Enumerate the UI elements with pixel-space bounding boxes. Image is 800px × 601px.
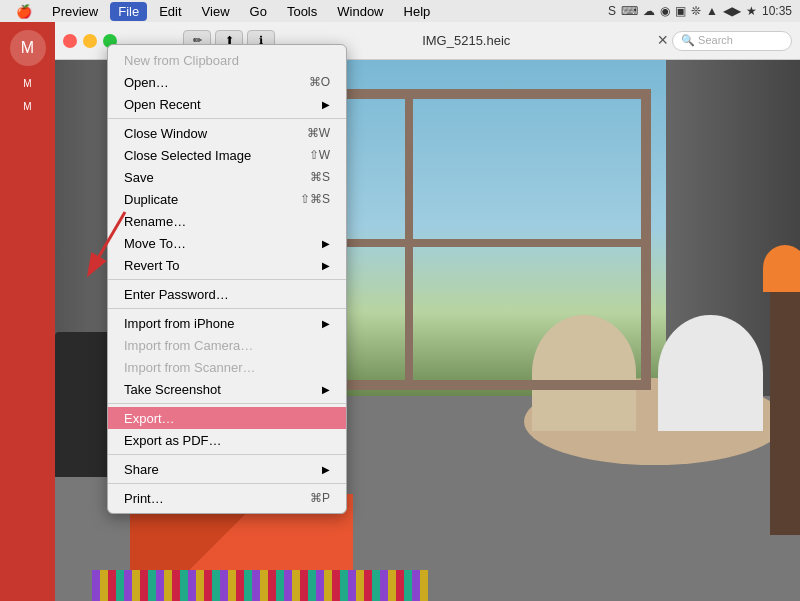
- menubar-window[interactable]: Window: [329, 2, 391, 21]
- app-area: M M M ✏ ⬆ ℹ IMG_5215.heic × 🔍 Search: [0, 22, 800, 601]
- menu-item-import-from-camera[interactable]: Import from Camera…: [108, 334, 346, 356]
- menubar-apple[interactable]: 🍎: [8, 2, 40, 21]
- menu-divider-5: [108, 454, 346, 455]
- menubar-view[interactable]: View: [194, 2, 238, 21]
- system-icons: S ⌨ ☁ ◉ ▣ ❊ ▲ ◀▶ ★ 10:35: [608, 4, 792, 18]
- menu-item-share[interactable]: Share ▶: [108, 458, 346, 480]
- menu-item-take-screenshot[interactable]: Take Screenshot ▶: [108, 378, 346, 400]
- menu-item-new-from-clipboard[interactable]: New from Clipboard: [108, 49, 346, 71]
- menu-item-move-to[interactable]: Move To… ▶: [108, 232, 346, 254]
- gmail-sidebar: M M M: [0, 22, 55, 601]
- preview-window: ✏ ⬆ ℹ IMG_5215.heic × 🔍 Search: [55, 22, 800, 601]
- search-box[interactable]: 🔍 Search: [672, 31, 792, 51]
- lamp-pole: [770, 274, 800, 535]
- menubar-go[interactable]: Go: [242, 2, 275, 21]
- menu-item-open-recent[interactable]: Open Recent ▶: [108, 93, 346, 115]
- gmail-icon[interactable]: M: [10, 30, 46, 66]
- menu-item-close-selected-image[interactable]: Close Selected Image ⇧W: [108, 144, 346, 166]
- menu-item-import-from-iphone[interactable]: Import from iPhone ▶: [108, 312, 346, 334]
- sidebar-label: M: [23, 78, 31, 89]
- menubar-help[interactable]: Help: [396, 2, 439, 21]
- menubar-preview[interactable]: Preview: [44, 2, 106, 21]
- menu-item-import-from-scanner[interactable]: Import from Scanner…: [108, 356, 346, 378]
- sidebar-label2: M: [23, 101, 31, 112]
- rug: [92, 570, 427, 601]
- menu-divider-6: [108, 483, 346, 484]
- close-button[interactable]: [63, 34, 77, 48]
- lamp-shade: [763, 245, 800, 291]
- menubar-edit[interactable]: Edit: [151, 2, 189, 21]
- menu-item-close-window[interactable]: Close Window ⌘W: [108, 122, 346, 144]
- chair1: [658, 315, 762, 431]
- menu-item-duplicate[interactable]: Duplicate ⇧⌘S: [108, 188, 346, 210]
- menu-divider-4: [108, 403, 346, 404]
- menu-item-export-as-pdf[interactable]: Export as PDF…: [108, 429, 346, 451]
- menubar: 🍎 Preview File Edit View Go Tools Window…: [0, 0, 800, 22]
- menu-item-revert-to[interactable]: Revert To ▶: [108, 254, 346, 276]
- menu-divider-3: [108, 308, 346, 309]
- menu-item-save[interactable]: Save ⌘S: [108, 166, 346, 188]
- menu-item-export[interactable]: Export…: [108, 407, 346, 429]
- menu-divider-1: [108, 118, 346, 119]
- menu-item-rename[interactable]: Rename…: [108, 210, 346, 232]
- menu-divider-2: [108, 279, 346, 280]
- menubar-tools[interactable]: Tools: [279, 2, 325, 21]
- menubar-file[interactable]: File: [110, 2, 147, 21]
- menu-item-open[interactable]: Open… ⌘O: [108, 71, 346, 93]
- menu-item-print[interactable]: Print… ⌘P: [108, 487, 346, 509]
- close-icon[interactable]: ×: [657, 30, 668, 51]
- menu-item-enter-password[interactable]: Enter Password…: [108, 283, 346, 305]
- minimize-button[interactable]: [83, 34, 97, 48]
- file-dropdown-menu: New from Clipboard Open… ⌘O Open Recent …: [107, 44, 347, 514]
